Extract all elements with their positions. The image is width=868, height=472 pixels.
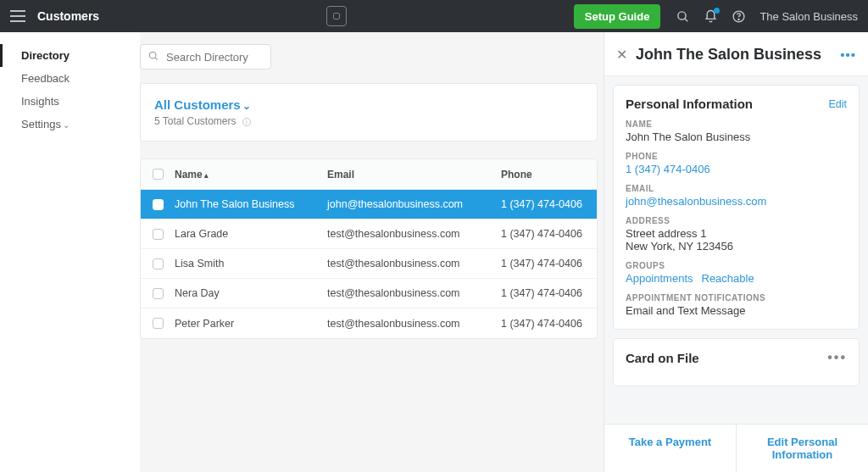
- cell-phone: 1 (347) 474-0406: [501, 258, 597, 269]
- take-payment-button[interactable]: Take a Payment: [604, 425, 736, 472]
- table-row[interactable]: Lara Gradetest@thesalonbusiness.com1 (34…: [141, 219, 597, 249]
- card-on-file-card: Card on File •••: [613, 338, 860, 386]
- group-count-text: 5 Total Customers: [154, 115, 236, 127]
- cell-phone: 1 (347) 474-0406: [501, 318, 597, 330]
- customers-table: Name▴ Email Phone John The Salon Busines…: [140, 158, 598, 339]
- search-icon[interactable]: [676, 9, 690, 24]
- personal-info-card: Personal Information Edit NAME John The …: [613, 85, 860, 330]
- column-name[interactable]: Name▴: [175, 169, 327, 180]
- edit-personal-info-button[interactable]: Edit Personal Information: [736, 425, 868, 472]
- cell-name: Nera Day: [175, 287, 327, 299]
- cell-phone: 1 (347) 474-0406: [501, 287, 597, 299]
- value-phone[interactable]: 1 (347) 474-0406: [626, 163, 847, 175]
- sort-asc-icon: ▴: [204, 171, 209, 180]
- account-name[interactable]: The Salon Business: [760, 10, 858, 23]
- label-phone: PHONE: [626, 152, 847, 161]
- value-name: John The Salon Business: [626, 130, 847, 143]
- cell-email: test@thesalonbusiness.com: [327, 258, 501, 269]
- notification-dot-icon: [714, 8, 720, 14]
- row-checkbox[interactable]: [153, 258, 164, 269]
- notifications-icon[interactable]: [704, 9, 718, 24]
- row-checkbox[interactable]: [153, 229, 164, 240]
- card-on-file-title: Card on File: [626, 351, 827, 365]
- column-phone[interactable]: Phone: [501, 169, 597, 180]
- cell-phone: 1 (347) 474-0406: [501, 228, 597, 240]
- cell-phone: 1 (347) 474-0406: [501, 198, 597, 210]
- sidebar-item-settings[interactable]: Settings⌄: [0, 113, 140, 136]
- more-actions-icon[interactable]: •••: [840, 47, 856, 62]
- main-content: All Customers⌄ 5 Total Customers i Name▴…: [140, 32, 604, 472]
- chevron-down-icon: ⌄: [242, 100, 251, 112]
- help-icon[interactable]: [732, 9, 746, 24]
- search-input[interactable]: [140, 44, 271, 69]
- table-row[interactable]: Nera Daytest@thesalonbusiness.com1 (347)…: [141, 279, 597, 308]
- sidebar-item-insights[interactable]: Insights: [0, 90, 140, 113]
- row-checkbox[interactable]: [153, 318, 164, 329]
- value-address-line1: Street address 1: [626, 227, 847, 240]
- cell-name: Lara Grade: [175, 228, 327, 240]
- column-email[interactable]: Email: [327, 169, 501, 180]
- svg-point-3: [738, 19, 739, 19]
- group-tag[interactable]: Reachable: [702, 272, 754, 285]
- hamburger-icon[interactable]: [10, 10, 25, 22]
- label-email: EMAIL: [626, 184, 847, 193]
- setup-guide-button[interactable]: Setup Guide: [574, 4, 661, 29]
- label-name: NAME: [626, 119, 847, 129]
- close-icon[interactable]: ✕: [616, 47, 627, 63]
- cell-name: Lisa Smith: [175, 258, 327, 269]
- edit-link[interactable]: Edit: [828, 98, 847, 110]
- table-header: Name▴ Email Phone: [141, 159, 597, 190]
- svg-line-1: [685, 18, 687, 20]
- group-tag[interactable]: Appointments: [626, 272, 693, 285]
- info-icon[interactable]: i: [242, 118, 251, 126]
- label-address: ADDRESS: [626, 216, 847, 225]
- cell-email: test@thesalonbusiness.com: [327, 318, 501, 330]
- group-title-text: All Customers: [154, 97, 241, 112]
- card-title: Personal Information: [626, 97, 828, 111]
- cell-name: John The Salon Business: [175, 198, 327, 210]
- row-checkbox[interactable]: [153, 199, 164, 210]
- search-icon: [147, 50, 159, 62]
- value-email[interactable]: john@thesalonbusiness.com: [626, 195, 847, 208]
- cell-email: john@thesalonbusiness.com: [327, 198, 501, 210]
- svg-line-5: [155, 58, 158, 60]
- row-checkbox[interactable]: [153, 288, 164, 299]
- col-name-label: Name: [175, 169, 203, 180]
- cell-name: Peter Parker: [175, 318, 327, 330]
- label-notifications: APPOINTMENT NOTIFICATIONS: [626, 293, 847, 303]
- cell-email: test@thesalonbusiness.com: [327, 228, 501, 240]
- card-more-icon[interactable]: •••: [827, 350, 847, 365]
- square-logo-icon[interactable]: [326, 6, 347, 26]
- sidebar-item-feedback[interactable]: Feedback: [0, 67, 140, 90]
- detail-actions: Take a Payment Edit Personal Information: [604, 424, 868, 472]
- app-title: Customers: [37, 9, 99, 23]
- detail-header: ✕ John The Salon Business •••: [604, 32, 868, 76]
- customer-detail-panel: ✕ John The Salon Business ••• Personal I…: [604, 32, 868, 472]
- sidebar: DirectoryFeedbackInsightsSettings⌄: [0, 32, 140, 472]
- table-row[interactable]: Lisa Smithtest@thesalonbusiness.com1 (34…: [141, 249, 597, 279]
- detail-title: John The Salon Business: [636, 46, 832, 64]
- table-row[interactable]: John The Salon Businessjohn@thesalonbusi…: [141, 190, 597, 219]
- svg-point-4: [149, 52, 156, 58]
- group-subtitle: 5 Total Customers i: [154, 115, 583, 127]
- customer-group-panel: All Customers⌄ 5 Total Customers i: [140, 83, 598, 142]
- value-notifications: Email and Text Message: [626, 304, 847, 317]
- svg-point-0: [678, 11, 686, 19]
- select-all-checkbox[interactable]: [153, 169, 164, 180]
- customer-group-dropdown[interactable]: All Customers⌄: [154, 97, 583, 112]
- chevron-down-icon: ⌄: [63, 120, 70, 130]
- table-row[interactable]: Peter Parkertest@thesalonbusiness.com1 (…: [141, 308, 597, 338]
- sidebar-item-directory[interactable]: Directory: [0, 44, 140, 67]
- topbar: Customers Setup Guide The Salon Business: [0, 0, 868, 32]
- cell-email: test@thesalonbusiness.com: [327, 287, 501, 299]
- group-tags: Appointments Reachable: [626, 272, 847, 285]
- label-groups: GROUPS: [626, 261, 847, 270]
- value-address-line2: New York, NY 123456: [626, 240, 847, 253]
